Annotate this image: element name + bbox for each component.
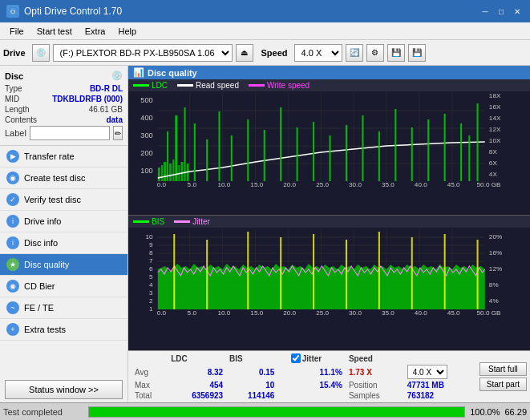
svg-text:6X: 6X — [489, 160, 498, 167]
header-speed: Speed — [346, 353, 404, 364]
position-val: 47731 MB — [404, 380, 476, 390]
menu-extra[interactable]: Extra — [79, 25, 112, 38]
disc-section: Disc 💿 Type BD-R DL MID TDKBLDRFB (000) … — [0, 66, 127, 146]
svg-rect-34 — [330, 135, 331, 181]
contents-value: data — [106, 115, 123, 124]
start-full-button[interactable]: Start full — [479, 362, 527, 376]
create-test-icon: ◉ — [6, 172, 19, 184]
drive-info-icon: i — [6, 215, 19, 228]
sidebar-label-extra-tests: Extra tests — [24, 325, 66, 334]
svg-text:20%: 20% — [489, 233, 502, 240]
chart-title: Disc quality — [148, 68, 197, 78]
close-button[interactable]: ✕ — [511, 5, 524, 18]
svg-rect-42 — [460, 123, 462, 181]
svg-text:40.0: 40.0 — [415, 181, 427, 188]
media-button[interactable]: 💾 — [387, 44, 405, 62]
status-window-button[interactable]: Status window >> — [5, 380, 123, 399]
samples-label: Samples — [346, 390, 404, 401]
svg-text:25.0: 25.0 — [316, 309, 329, 316]
avg-jitter: 11.1% — [288, 364, 346, 380]
speed-select-stats[interactable]: 4.0 X — [407, 365, 447, 379]
bottom-chart-svg: 10 9 8 7 6 5 4 3 2 1 20% 16% 12% 8% 4% 0… — [128, 228, 530, 316]
svg-rect-41 — [444, 114, 446, 181]
svg-rect-97 — [444, 234, 446, 309]
svg-rect-95 — [378, 232, 380, 309]
eject-button[interactable]: ⏏ — [236, 44, 253, 62]
start-part-button[interactable]: Start part — [479, 378, 527, 391]
legend-jitter: Jitter — [174, 217, 210, 226]
sidebar-item-extra-tests[interactable]: + Extra tests — [0, 319, 127, 341]
legend-ldc: LDC — [133, 81, 168, 90]
drive-select[interactable]: (F:) PLEXTOR BD-R PX-LB950SA 1.06 — [53, 44, 233, 62]
speed-select[interactable]: 4.0 X — [294, 44, 342, 62]
svg-text:20.0: 20.0 — [283, 181, 296, 188]
svg-text:0.0: 0.0 — [157, 181, 167, 188]
avg-label: Avg — [131, 364, 168, 380]
sidebar-label-fe-te: FE / TE — [24, 303, 54, 313]
drive-label: Drive — [3, 48, 26, 58]
stats-table-area: LDC BIS Jitter Speed — [131, 353, 476, 401]
svg-rect-94 — [346, 240, 347, 309]
svg-text:50.0 GB: 50.0 GB — [477, 309, 501, 316]
sidebar-item-transfer-rate[interactable]: ▶ Transfer rate — [0, 146, 127, 168]
action-buttons: Start full Start part — [479, 353, 527, 401]
label-input[interactable] — [30, 126, 110, 140]
menu-start-test[interactable]: Start test — [30, 25, 79, 38]
sidebar-label-create-test-disc: Create test disc — [24, 173, 85, 183]
top-chart-svg: 500 400 300 200 100 18X 16X 14X 12X 10X … — [128, 91, 530, 188]
settings-button[interactable]: ⚙ — [366, 44, 384, 62]
legend-read-speed: Read speed — [177, 81, 239, 90]
progress-bar-fill — [89, 407, 464, 417]
svg-rect-17 — [167, 131, 168, 181]
main-area: Disc 💿 Type BD-R DL MID TDKBLDRFB (000) … — [0, 66, 530, 402]
sidebar-label-drive-info: Drive info — [24, 216, 61, 226]
max-bis: 10 — [226, 380, 277, 390]
stats-panel: LDC BIS Jitter Speed — [128, 350, 530, 402]
svg-rect-23 — [184, 107, 186, 181]
svg-rect-44 — [477, 103, 479, 181]
sidebar-item-disc-quality[interactable]: ★ Disc quality — [0, 254, 127, 276]
svg-text:5.0: 5.0 — [188, 181, 197, 188]
maximize-button[interactable]: □ — [495, 5, 508, 18]
sidebar-item-disc-info[interactable]: i Disc info — [0, 232, 127, 254]
legend-write-speed-label: Write speed — [267, 81, 310, 90]
svg-text:45.0: 45.0 — [447, 181, 460, 188]
svg-rect-89 — [173, 234, 175, 309]
svg-text:10: 10 — [146, 233, 154, 240]
svg-text:30.0: 30.0 — [349, 309, 362, 316]
svg-text:10X: 10X — [489, 137, 501, 144]
sidebar-item-cd-bier[interactable]: ◉ CD Bier — [0, 276, 127, 297]
cd-bier-icon: ◉ — [6, 280, 19, 293]
title-bar: O Opti Drive Control 1.70 ─ □ ✕ — [0, 0, 530, 22]
progress-percent: 100.0% — [470, 407, 500, 417]
svg-text:8: 8 — [149, 249, 153, 256]
svg-rect-26 — [206, 139, 208, 181]
svg-rect-18 — [169, 164, 172, 181]
menu-help[interactable]: Help — [111, 25, 143, 38]
sidebar-item-fe-te[interactable]: ~ FE / TE — [0, 297, 127, 319]
label-label: Label — [5, 128, 26, 138]
svg-text:5.0: 5.0 — [188, 309, 197, 316]
progress-bar — [88, 406, 465, 418]
svg-text:8%: 8% — [489, 281, 499, 289]
max-jitter: 15.4% — [288, 380, 346, 390]
sidebar-item-verify-test-disc[interactable]: ✓ Verify test disc — [0, 189, 127, 211]
drive-icon-btn[interactable]: 💿 — [32, 44, 50, 62]
svg-rect-28 — [231, 135, 233, 181]
menu-file[interactable]: File — [3, 25, 30, 38]
sidebar-label-disc-quality: Disc quality — [24, 260, 69, 269]
sidebar-item-drive-info[interactable]: i Drive info — [0, 211, 127, 232]
svg-rect-33 — [313, 122, 314, 181]
refresh-button[interactable]: 🔄 — [346, 44, 363, 62]
sidebar-item-create-test-disc[interactable]: ◉ Create test disc — [0, 168, 127, 189]
save-button[interactable]: 💾 — [408, 44, 426, 62]
label-edit-btn[interactable]: ✏ — [113, 126, 123, 140]
disc-quality-icon: ★ — [6, 258, 19, 271]
minimize-button[interactable]: ─ — [479, 5, 492, 18]
toolbar: Drive 💿 (F:) PLEXTOR BD-R PX-LB950SA 1.0… — [0, 40, 530, 66]
jitter-label-text: Jitter — [302, 354, 322, 363]
top-chart: LDC Read speed Write speed — [128, 79, 530, 216]
svg-text:10.0: 10.0 — [217, 181, 230, 188]
jitter-checkbox[interactable] — [291, 353, 301, 363]
total-ldc: 6356923 — [168, 390, 226, 401]
